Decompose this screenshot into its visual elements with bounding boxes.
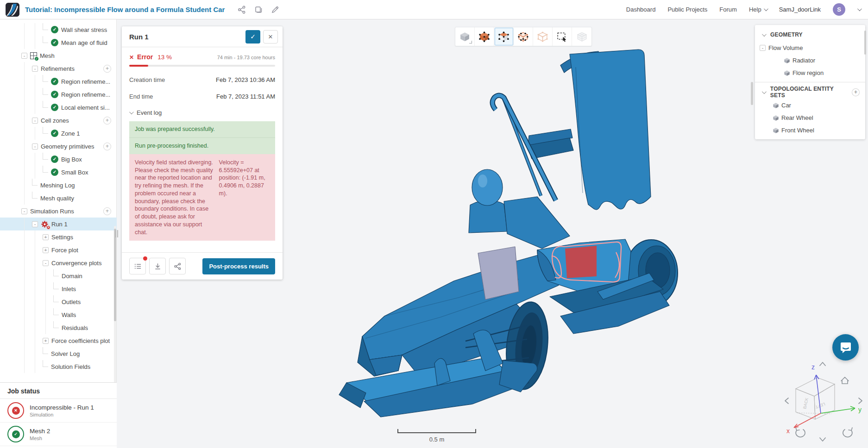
selection-filter-icon[interactable] [455, 27, 475, 46]
box-select-icon[interactable] [553, 27, 572, 46]
tree-item-walls[interactable]: Walls [0, 308, 117, 321]
gizmo-z-label: z [811, 363, 815, 371]
tree-item-outlets[interactable]: Outlets [0, 295, 117, 308]
tree-item-small-box[interactable]: ✓Small Box [0, 166, 117, 179]
job-status-item-incompressible-run-1[interactable]: ✕Incompressible - Run 1Simulation [0, 399, 117, 423]
simscale-logo[interactable] [6, 3, 19, 17]
tree-item-simulation-runs[interactable]: -Simulation Runs+ [0, 205, 117, 218]
tree-item-run-1[interactable]: -✕Run 1 [0, 218, 117, 230]
nav-public-projects[interactable]: Public Projects [667, 6, 707, 13]
duplicate-icon[interactable] [254, 6, 263, 14]
collapse-toggle[interactable]: - [32, 143, 38, 149]
collapse-toggle[interactable]: - [32, 118, 38, 124]
tree-item-label: Small Box [61, 169, 88, 176]
download-button[interactable] [149, 258, 166, 274]
event-log-toggle[interactable]: Event log [129, 109, 275, 116]
tree-item-cell-zones[interactable]: -Cell zones+ [0, 114, 117, 127]
tree-item-settings[interactable]: +Settings [0, 230, 117, 243]
add-child-button[interactable]: + [103, 207, 111, 215]
expand-toggle[interactable]: + [43, 234, 49, 240]
add-entity-set-button[interactable]: + [852, 88, 860, 96]
chevron-down-icon[interactable] [857, 6, 862, 11]
collapse-toggle[interactable]: - [21, 53, 27, 59]
add-child-button[interactable]: + [103, 65, 111, 73]
post-process-results-button[interactable]: Post-process results [202, 258, 275, 274]
expand-toggle[interactable]: + [43, 338, 49, 344]
tree-item-inlets[interactable]: Inlets [0, 282, 117, 295]
gizmo-y-label: y [858, 406, 862, 413]
avatar[interactable]: S [833, 3, 845, 16]
confirm-button[interactable]: ✓ [245, 30, 260, 44]
entity-set-car[interactable]: Car [755, 99, 865, 112]
tree-item-geometry-primitives[interactable]: -Geometry primitives+ [0, 140, 117, 153]
close-button[interactable]: ✕ [263, 30, 278, 44]
expand-toggle[interactable]: + [43, 247, 49, 253]
tree-item-mesh-quality[interactable]: Mesh quality [0, 192, 117, 205]
collapse-toggle[interactable]: - [32, 221, 38, 227]
viewport-3d[interactable] [320, 39, 709, 439]
tree-item-local-element-si[interactable]: ✓Local element si... [0, 101, 117, 114]
select-edges-icon[interactable] [514, 27, 533, 46]
tree-item-wall-shear-stress[interactable]: ✓Wall shear stress [0, 23, 117, 36]
tree-item-region-refineme[interactable]: ✓Region refineme... [0, 88, 117, 101]
topological-entity-sets-header[interactable]: TOPOLOGICAL ENTITY SETS + [755, 85, 865, 99]
tree-item-label: Big Box [61, 156, 82, 163]
geometry-item-radiator[interactable]: Radiator [755, 54, 865, 67]
tree-item-convergence-plots[interactable]: -Convergence plots [0, 256, 117, 269]
nav-forum[interactable]: Forum [719, 6, 737, 13]
tree-item-mean-age-of-fluid[interactable]: ✓Mean age of fluid [0, 36, 117, 49]
add-child-button[interactable]: + [103, 143, 111, 150]
geometry-section-header[interactable]: GEOMETRY [755, 28, 865, 42]
tree-item-residuals[interactable]: Residuals [0, 321, 117, 334]
run-detail-panel: Run 1 ✓ ✕ ✕ Error 13 % 74 min - 19.73 co… [122, 26, 283, 280]
geometry-item-label: Radiator [793, 57, 815, 64]
tree-item-force-coefficients-plot[interactable]: +Force coefficients plot [0, 334, 117, 347]
collapse-toggle[interactable]: - [21, 208, 27, 214]
job-status-item-mesh-2[interactable]: ✓Mesh 2Mesh [0, 423, 117, 446]
right-panel-drag-handle[interactable] [751, 82, 753, 105]
right-panel-scrollbar[interactable] [864, 31, 866, 55]
tree-scrollbar-thumb[interactable] [114, 229, 116, 321]
collapse-toggle[interactable]: - [43, 260, 49, 266]
tree-item-refinements[interactable]: -Refinements+ [0, 62, 117, 75]
entity-set-front-wheel[interactable]: Front Wheel [755, 124, 865, 137]
run-progress-bar [129, 65, 275, 67]
tree-item-mesh[interactable]: -✓Mesh [0, 49, 117, 62]
edit-pencil-icon[interactable] [271, 6, 279, 14]
share-icon[interactable] [238, 6, 246, 14]
username[interactable]: SamJ_doorLink [779, 6, 821, 13]
car-3d-model [320, 39, 709, 437]
select-volumes-icon[interactable] [475, 27, 494, 46]
panel-resize-handle[interactable] [115, 230, 118, 237]
tree-item-big-box[interactable]: ✓Big Box [0, 153, 117, 166]
nav-dashboard[interactable]: Dashboard [626, 6, 656, 13]
collapse-toggle[interactable]: - [760, 45, 766, 51]
success-check-icon: ✓ [51, 168, 58, 176]
tree-item-label: Cell zones [41, 117, 69, 124]
tree-item-solver-log[interactable]: Solver Log [0, 347, 117, 360]
tree-item-force-plot[interactable]: +Force plot [0, 243, 117, 256]
tree-item-flow-volume[interactable]: - Flow Volume [755, 42, 865, 54]
top-header: Tutorial: Incompressible Flow around a F… [0, 0, 868, 19]
nav-help[interactable]: Help [749, 6, 767, 13]
tree-item-meshing-log[interactable]: Meshing Log [0, 179, 117, 192]
tree-item-region-refineme[interactable]: ✓Region refineme... [0, 75, 117, 88]
select-vertices-icon[interactable] [533, 27, 553, 46]
tree-item-zone-1[interactable]: ✓Zone 1 [0, 127, 117, 140]
scale-bar-line [397, 429, 476, 433]
add-child-button[interactable]: + [103, 117, 111, 124]
mesh-clip-icon[interactable] [572, 27, 591, 46]
tree-item-label: Mean age of fluid [61, 39, 107, 46]
entity-set-rear-wheel[interactable]: Rear Wheel [755, 112, 865, 124]
tree-item-domain[interactable]: Domain [0, 269, 117, 282]
select-faces-icon[interactable] [494, 27, 514, 46]
tree-item-label: Walls [62, 311, 76, 318]
geometry-item-flow-region[interactable]: Flow region [755, 67, 865, 79]
share-run-button[interactable] [169, 258, 186, 274]
collapse-toggle[interactable]: - [32, 66, 38, 72]
event-list-button[interactable] [129, 258, 146, 274]
orientation-gizmo[interactable]: BACK LEFT z y x [783, 360, 865, 444]
tree-item-solution-fields[interactable]: Solution Fields [0, 360, 117, 373]
support-chat-button[interactable] [832, 334, 859, 361]
home-view-icon [841, 377, 849, 384]
